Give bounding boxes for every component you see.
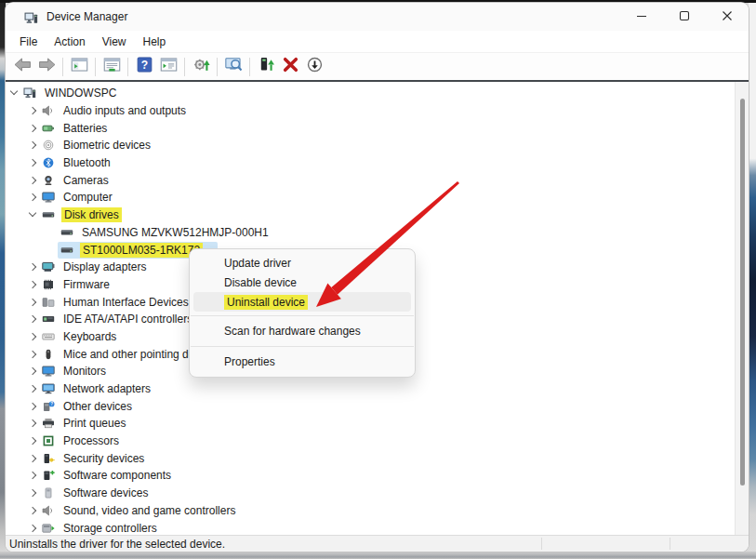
tree-item-audio-inputs-and-outputs[interactable]: Audio inputs and outputs [6,102,735,120]
svg-text:?: ? [140,59,147,72]
menu-item-label: Scan for hardware changes [224,325,361,338]
action-pane-icon [160,57,178,76]
chevron-right-icon[interactable] [26,469,39,482]
tree-item-network-adapters[interactable]: Network adapters [6,380,735,398]
forward-button[interactable] [35,56,58,78]
chevron-right-icon[interactable] [26,296,39,309]
unknown-device-icon: ? [39,400,58,413]
tree-item-label: ST1000LM035-1RK172 [80,243,203,258]
back-button[interactable] [11,56,33,78]
network-adapter-icon [39,382,58,395]
context-menu-separator [191,346,414,347]
tree-item-software-devices[interactable]: Software devices [6,485,735,502]
tree-item-sound-video-and-game-controllers[interactable]: Sound, video and game controllers [6,502,735,520]
action-pane-button[interactable] [157,56,179,78]
disk-icon [58,244,76,257]
tree-item-samsung-mzvkw512hmjp-000h1[interactable]: SAMSUNG MZVKW512HMJP-000H1 [6,224,735,242]
uninstall-x-icon [282,57,299,76]
title-bar[interactable]: Device Manager [6,3,749,31]
security-device-icon [39,452,58,465]
tree-item-label: Print queues [61,416,127,431]
minimize-button[interactable] [620,3,663,31]
scrollbar-thumb[interactable] [740,99,745,486]
chevron-right-icon[interactable] [26,522,39,535]
tree-item-label: Sound, video and game controllers [61,503,237,518]
vertical-scrollbar[interactable] [735,82,749,535]
tree-item-label: Security devices [61,451,146,466]
menu-item-uninstall-device[interactable]: Uninstall device [193,292,411,312]
chevron-right-icon[interactable] [26,139,39,152]
tree-item-batteries[interactable]: Batteries [6,119,735,137]
toolbar-separator [217,58,218,76]
tree-item-label: Bluetooth [61,155,113,170]
scan-hardware-icon [225,57,243,76]
tree-item-windowspc[interactable]: WINDOWSPC [6,85,735,102]
menu-item-disable-device[interactable]: Disable device [193,273,411,292]
chevron-right-icon[interactable] [26,122,39,135]
chevron-right-icon[interactable] [26,452,39,465]
disk-icon [39,208,58,221]
chevron-right-icon[interactable] [26,400,39,413]
computer-icon [20,87,39,100]
tree-item-security-devices[interactable]: Security devices [6,449,735,467]
menu-view[interactable]: View [94,33,135,51]
tree-item-label: Audio inputs and outputs [61,103,188,118]
menu-item-scan-for-hardware-changes[interactable]: Scan for hardware changes [193,320,411,342]
tree-item-processors[interactable]: Processors [6,433,735,450]
device-update-button[interactable] [255,56,277,78]
chevron-right-icon[interactable] [26,191,39,204]
tree-item-storage-controllers[interactable]: Storage controllers [6,519,735,535]
tree-item-label: SAMSUNG MZVKW512HMJP-000H1 [80,225,271,240]
desktop-edge-bottom [0,552,756,559]
back-icon [14,57,32,76]
keyboard-icon [39,330,58,343]
properties-window-icon [103,57,121,76]
menu-item-update-driver[interactable]: Update driver [193,253,411,273]
chevron-right-icon[interactable] [26,434,39,447]
chevron-right-icon[interactable] [26,330,39,343]
chevron-right-icon[interactable] [26,104,39,117]
tree-item-bluetooth[interactable]: Bluetooth [6,154,735,172]
tree-item-label: Storage controllers [61,521,159,535]
chevron-down-icon[interactable] [7,87,20,100]
tree-item-biometric-devices[interactable]: Biometric devices [6,137,735,154]
tree-item-label: Computer [61,190,114,205]
menu-action[interactable]: Action [46,33,93,51]
help-button[interactable]: ? [133,56,155,78]
menu-item-properties[interactable]: Properties [193,351,411,373]
chevron-down-icon[interactable] [26,208,39,221]
chevron-right-icon[interactable] [26,156,39,169]
display-adapter-icon [39,260,58,273]
chevron-right-icon[interactable] [26,260,39,273]
tree-item-label: Other devices [61,399,134,414]
tree-item-cameras[interactable]: Cameras [6,171,735,189]
menu-help[interactable]: Help [135,33,175,51]
tree-item-computer[interactable]: Computer [6,189,735,206]
chevron-right-icon[interactable] [26,174,39,187]
chevron-right-icon[interactable] [26,417,39,430]
uninstall-x-button[interactable] [279,56,301,78]
chevron-right-icon[interactable] [26,486,39,499]
chevron-right-icon[interactable] [26,382,39,395]
chevron-right-icon[interactable] [26,278,39,291]
chevron-right-icon[interactable] [26,504,39,517]
tree-item-print-queues[interactable]: Print queues [6,415,735,433]
console-tree-button[interactable] [68,56,90,78]
update-driver-button[interactable] [190,56,212,78]
chevron-right-icon[interactable] [26,313,39,326]
status-bar: Uninstalls the driver for the selected d… [6,535,749,552]
menu-file[interactable]: File [11,33,46,51]
menu-item-label: Disable device [224,276,297,289]
chevron-right-icon[interactable] [26,365,39,378]
tree-item-software-components[interactable]: Software components [6,467,735,485]
tree-item-other-devices[interactable]: ?Other devices [6,397,735,415]
close-button[interactable] [706,3,749,31]
scan-hardware-button[interactable] [222,56,245,78]
tree-item-disk-drives[interactable]: Disk drives [6,206,735,224]
chevron-right-icon[interactable] [26,348,39,361]
properties-window-button[interactable] [100,56,123,78]
disable-device-button[interactable] [303,56,325,78]
tree-item-label: Network adapters [61,381,153,396]
maximize-button[interactable] [663,3,706,31]
software-device-icon [39,486,58,499]
